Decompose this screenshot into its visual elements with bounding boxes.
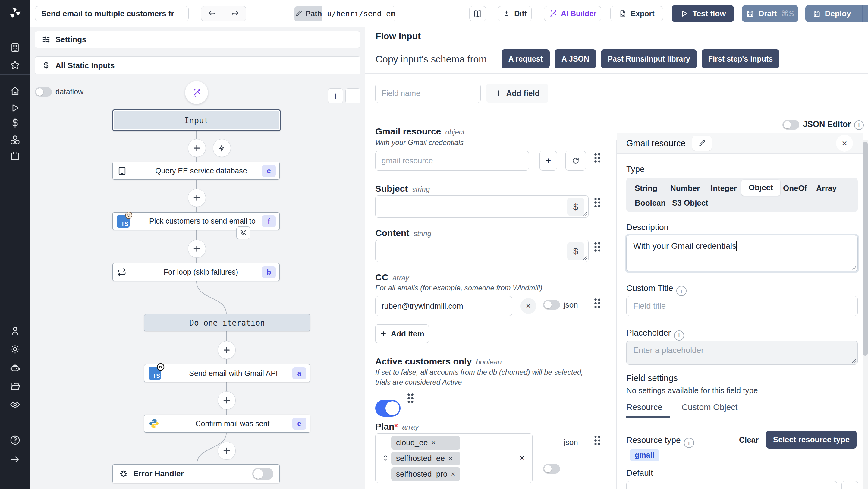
folders-icon[interactable] bbox=[9, 380, 21, 392]
resize-handle[interactable] bbox=[851, 359, 856, 363]
resize-handle[interactable] bbox=[582, 211, 587, 216]
resize-handle[interactable] bbox=[582, 256, 587, 261]
flow-node-send-email[interactable]: TS Send email with Gmail API a bbox=[144, 364, 310, 382]
drag-handle[interactable] bbox=[594, 197, 601, 208]
add-field-button[interactable]: Add field bbox=[486, 84, 548, 103]
tab-resource[interactable]: Resource bbox=[626, 402, 662, 412]
copy-from-json-button[interactable]: A JSON bbox=[555, 50, 596, 68]
tab-custom-object[interactable]: Custom Object bbox=[682, 402, 738, 412]
select-resource-type-button[interactable]: Select resource type bbox=[766, 430, 857, 449]
cc-json-toggle[interactable] bbox=[543, 300, 560, 310]
ai-builder-button[interactable]: AI Builder bbox=[544, 6, 601, 21]
plan-tag[interactable]: selfhosted_ee× bbox=[391, 452, 460, 465]
remove-tag-icon[interactable]: × bbox=[451, 470, 456, 479]
add-resource-button[interactable]: + bbox=[539, 151, 557, 171]
add-item-button[interactable]: Add item bbox=[375, 325, 429, 343]
sort-handle[interactable] bbox=[381, 435, 392, 481]
json-editor-toggle[interactable] bbox=[782, 120, 799, 130]
error-handler-toggle[interactable] bbox=[252, 468, 273, 480]
type-option-string[interactable]: String bbox=[635, 184, 657, 193]
runs-icon[interactable] bbox=[9, 102, 21, 114]
deploy-button[interactable]: Deploy bbox=[805, 5, 858, 22]
remove-tag-icon[interactable]: × bbox=[432, 439, 436, 447]
edit-title-button[interactable] bbox=[692, 136, 712, 151]
add-step-button[interactable] bbox=[188, 139, 206, 157]
flow-node-input[interactable]: Input bbox=[113, 110, 281, 131]
flow-node-forloop[interactable]: For loop (skip failures) b bbox=[113, 263, 280, 281]
test-flow-button[interactable]: Test flow bbox=[672, 5, 734, 22]
flow-node-pick-customers[interactable]: TS Pick customers to send email to f bbox=[113, 212, 280, 230]
undo-button[interactable] bbox=[201, 6, 224, 21]
remove-tag-icon[interactable]: × bbox=[448, 454, 453, 463]
add-step-button[interactable] bbox=[188, 240, 206, 258]
home-icon[interactable] bbox=[9, 85, 21, 97]
close-editor-button[interactable]: × bbox=[836, 135, 853, 152]
resource-type-badge[interactable]: gmail bbox=[630, 449, 659, 461]
type-option-s3object[interactable]: S3 Object bbox=[672, 198, 708, 208]
redo-button[interactable] bbox=[224, 6, 246, 21]
phone-incoming-icon[interactable] bbox=[236, 226, 250, 239]
field-name-input[interactable]: Field name bbox=[375, 84, 481, 103]
clear-resource-button[interactable]: Clear bbox=[739, 435, 758, 445]
workspace-icon[interactable] bbox=[9, 41, 21, 54]
drag-handle[interactable] bbox=[594, 153, 601, 163]
path-input[interactable]: u/henri/send_em bbox=[322, 6, 395, 21]
flow-node-confirm[interactable]: Confirm mail was sent e bbox=[144, 415, 310, 433]
default-resource-input[interactable] bbox=[626, 481, 837, 489]
collapse-arrow-icon[interactable] bbox=[9, 453, 21, 465]
drag-handle[interactable] bbox=[594, 435, 601, 446]
clear-all-tags-button[interactable]: × bbox=[520, 453, 524, 463]
default-add-button[interactable]: + bbox=[841, 481, 858, 489]
info-icon[interactable]: i bbox=[676, 286, 687, 296]
flow-node-error-handler[interactable]: Error Handler bbox=[113, 464, 280, 483]
favorites-star-icon[interactable] bbox=[9, 59, 21, 71]
type-option-number[interactable]: Number bbox=[670, 184, 700, 193]
windmill-logo-icon[interactable] bbox=[7, 5, 23, 21]
insert-variable-button[interactable]: $ bbox=[567, 242, 584, 260]
user-icon[interactable] bbox=[9, 325, 21, 337]
draft-button[interactable]: Draft ⌘S bbox=[742, 5, 798, 22]
variables-icon[interactable] bbox=[9, 117, 21, 129]
info-icon[interactable]: i bbox=[674, 330, 684, 341]
add-step-button[interactable] bbox=[218, 442, 236, 460]
drag-handle[interactable] bbox=[594, 298, 601, 309]
drag-handle[interactable] bbox=[594, 242, 601, 252]
gmail-resource-input[interactable]: gmail resource bbox=[375, 151, 529, 171]
info-icon[interactable]: i bbox=[854, 120, 864, 130]
deploy-dropdown-button[interactable] bbox=[867, 5, 868, 22]
copy-from-past-runs-button[interactable]: Past Runs/Input library bbox=[601, 50, 697, 68]
content-textarea[interactable]: $ bbox=[375, 240, 589, 262]
plan-json-toggle[interactable] bbox=[543, 464, 560, 473]
diff-button[interactable]: Diff bbox=[498, 6, 532, 21]
custom-title-input[interactable]: Field title bbox=[626, 296, 858, 316]
schedules-calendar-icon[interactable] bbox=[9, 150, 21, 162]
flow-title-input[interactable]: Send email to multiple customers fr bbox=[35, 6, 189, 21]
type-option-object-selected[interactable]: Object bbox=[741, 180, 780, 196]
flow-node-iteration[interactable]: Do one iteration bbox=[144, 314, 310, 331]
placeholder-textarea[interactable]: Enter a placeholder bbox=[626, 341, 858, 365]
workers-robot-icon[interactable] bbox=[9, 362, 21, 374]
plan-multiselect[interactable]: cloud_ee× selfhosted_ee× selfhosted_pro×… bbox=[375, 433, 532, 483]
resize-handle[interactable] bbox=[851, 265, 856, 270]
add-step-button[interactable] bbox=[218, 391, 236, 409]
export-button[interactable]: Export bbox=[610, 6, 663, 21]
path-edit-button[interactable]: Path bbox=[294, 6, 322, 21]
plan-tag[interactable]: selfhosted_pro× bbox=[391, 467, 460, 481]
drag-handle[interactable] bbox=[407, 393, 414, 404]
description-textarea[interactable]: With your Gmail credentials bbox=[626, 235, 858, 271]
active-customers-toggle[interactable] bbox=[375, 400, 401, 417]
cc-item-input[interactable]: ruben@trywindmill.com bbox=[375, 296, 513, 316]
add-step-button[interactable] bbox=[218, 341, 236, 359]
help-icon[interactable] bbox=[9, 434, 21, 446]
resources-icon[interactable] bbox=[9, 134, 21, 146]
settings-gear-icon[interactable] bbox=[9, 343, 21, 355]
refresh-resource-button[interactable] bbox=[565, 151, 586, 171]
type-option-integer[interactable]: Integer bbox=[711, 184, 737, 193]
docs-button[interactable] bbox=[469, 6, 486, 21]
scrollbar-thumb[interactable] bbox=[863, 142, 868, 356]
plan-tag[interactable]: cloud_ee× bbox=[391, 436, 460, 450]
type-option-array[interactable]: Array bbox=[816, 184, 837, 193]
info-icon[interactable]: i bbox=[684, 438, 694, 448]
flow-node-query[interactable]: Query EE service database c bbox=[113, 162, 280, 180]
copy-from-first-step-button[interactable]: First step's inputs bbox=[702, 50, 779, 68]
